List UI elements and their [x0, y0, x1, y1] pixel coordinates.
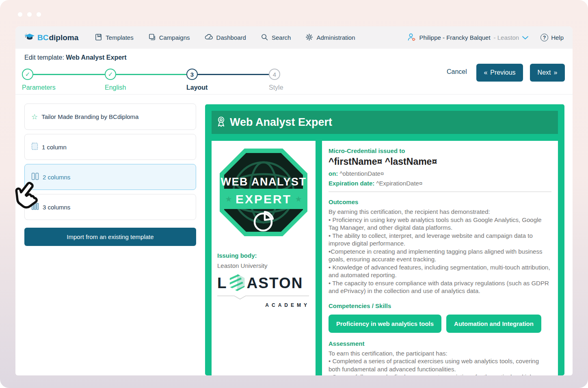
- page-title: Edit template: Web Analyst Expert: [24, 54, 127, 61]
- previous-label: Previous: [490, 69, 515, 76]
- medal-icon: [216, 116, 227, 129]
- on-label: on:: [329, 170, 338, 177]
- nav-item-templates[interactable]: Templates: [95, 33, 133, 42]
- layout-options-sidebar: ☆ Tailor Made Branding by BCdiploma 1 co…: [24, 103, 196, 246]
- preview-left-column: WEB ANALYST ★ ★ EXPERT Issuing body:: [212, 141, 316, 375]
- issuing-body-label: Issuing body:: [217, 252, 316, 259]
- next-button[interactable]: Next »: [530, 64, 565, 82]
- nav-item-campaigns[interactable]: Campaigns: [148, 33, 190, 42]
- user-org: - Leaston: [494, 34, 519, 41]
- option-label: 3 columns: [43, 204, 70, 211]
- step-style-circle[interactable]: 4: [269, 69, 280, 80]
- nav-item-search[interactable]: Search: [261, 33, 291, 42]
- brand-bc: BC: [37, 33, 48, 42]
- templates-icon: [95, 33, 102, 42]
- expiration-label: Expiration date:: [329, 180, 374, 187]
- edit-template-prefix: Edit template:: [24, 54, 66, 61]
- step-label-layout[interactable]: Layout: [186, 84, 208, 91]
- check-icon: ✓: [108, 71, 113, 78]
- assessment-body: To earn this certification, the particip…: [329, 349, 551, 376]
- option-label: 2 columns: [43, 174, 70, 181]
- user-gear-icon: [406, 32, 416, 43]
- preview-title: Web Analyst Expert: [230, 116, 332, 129]
- expiration-date-line: Expiration date: ^ExpirationDate¤: [329, 180, 551, 187]
- competency-tags: Proficiency in web analytics tools Autom…: [329, 315, 551, 333]
- step-number: 3: [190, 71, 194, 78]
- nav-item-dashboard[interactable]: Dashboard: [205, 33, 246, 42]
- bcdiploma-logo[interactable]: BC diploma: [24, 33, 78, 43]
- dashboard-icon: [205, 33, 213, 42]
- chevrons-right-icon: »: [554, 69, 558, 76]
- competency-tag[interactable]: Proficiency in web analytics tools: [329, 315, 441, 333]
- window-controls[interactable]: [18, 12, 41, 17]
- step-label-parameters[interactable]: Parameters: [22, 84, 56, 91]
- help-label: Help: [551, 34, 564, 41]
- chevrons-left-icon: «: [484, 69, 487, 76]
- window-dot[interactable]: [18, 12, 22, 17]
- campaigns-icon: [148, 33, 156, 42]
- badge-star-left: ★: [225, 195, 232, 203]
- top-navbar: BC diploma Templates: [15, 26, 573, 49]
- step-label-english[interactable]: English: [105, 84, 126, 91]
- logo-hexagon-icon: [228, 273, 246, 293]
- nav-items: Templates Campaigns: [95, 33, 355, 42]
- preview-header: Web Analyst Expert: [212, 111, 558, 134]
- outcomes-heading: Outcomes: [329, 198, 551, 205]
- cancel-button[interactable]: Cancel: [447, 68, 467, 75]
- step-parameters-circle[interactable]: ✓: [22, 69, 33, 80]
- nav-item-label: Search: [272, 34, 291, 41]
- nav-item-label: Dashboard: [216, 34, 246, 41]
- step-layout-circle[interactable]: 3: [186, 69, 198, 80]
- previous-button[interactable]: « Previous: [476, 64, 523, 82]
- help-button[interactable]: ? Help: [540, 34, 564, 41]
- logo-word-academy: ACADEMY: [217, 302, 310, 308]
- on-value: ^obtentionDate¤: [340, 170, 384, 177]
- logo-ribbon-line: [217, 294, 310, 302]
- nav-item-administration[interactable]: Administration: [305, 33, 355, 42]
- star-icon: ☆: [31, 113, 38, 121]
- wizard-stepper: ✓ ✓ 3 4 Parameters English Layout Style: [15, 69, 308, 93]
- option-1-column[interactable]: 1 column: [24, 134, 196, 160]
- gear-icon: [305, 33, 313, 42]
- option-2-columns[interactable]: 2 columns: [24, 164, 196, 190]
- stepper-line: [33, 74, 105, 75]
- credential-divider: [329, 192, 551, 192]
- window-dot[interactable]: [27, 12, 32, 17]
- option-label: Tailor Made Branding by BCdiploma: [41, 113, 138, 120]
- import-template-button[interactable]: Import from an existing template: [24, 228, 196, 246]
- search-icon: [261, 33, 268, 42]
- next-label: Next: [538, 69, 551, 76]
- app-window: BC diploma Templates: [15, 26, 573, 375]
- user-menu[interactable]: Philippe - Francky Balquet - Leaston: [406, 32, 529, 43]
- header-divider: [15, 94, 573, 95]
- badge-line1: WEB ANALYST: [220, 176, 306, 188]
- preview-right-column: Micro-Credential issued to ^firstName¤ ^…: [322, 141, 558, 375]
- brand-diploma: diploma: [49, 33, 78, 42]
- step-number: 4: [273, 71, 276, 78]
- nav-item-label: Templates: [106, 34, 133, 41]
- preview-columns: WEB ANALYST ★ ★ EXPERT Issuing body:: [212, 141, 558, 375]
- option-tailor-made-branding[interactable]: ☆ Tailor Made Branding by BCdiploma: [24, 103, 196, 130]
- issuing-body-name: Leaston University: [217, 262, 316, 269]
- nav-item-label: Administration: [316, 34, 355, 41]
- graduation-cap-icon: [24, 33, 35, 43]
- one-column-icon: [31, 142, 38, 151]
- window-dot[interactable]: [37, 12, 41, 17]
- assessment-heading: Assessment: [329, 340, 551, 347]
- user-name: Philippe - Francky Balquet: [419, 34, 491, 41]
- option-3-columns[interactable]: 3 columns: [24, 194, 196, 220]
- stepper-line: [198, 74, 269, 75]
- template-preview: Web Analyst Expert: [205, 104, 564, 375]
- badge-line2: EXPERT: [236, 192, 292, 206]
- three-columns-icon: [31, 203, 39, 211]
- leaston-academy-logo: L: [217, 273, 310, 308]
- badge-star-right: ★: [295, 195, 302, 203]
- outcomes-body: By earning this certification, the recip…: [329, 208, 551, 295]
- step-english-circle[interactable]: ✓: [105, 69, 116, 80]
- competency-tag[interactable]: Automation and Integration: [446, 315, 541, 333]
- step-label-style[interactable]: Style: [269, 84, 283, 91]
- question-mark-icon: ?: [540, 34, 548, 41]
- template-name: Web Analyst Expert: [66, 54, 126, 61]
- expiration-value: ^ExpirationDate¤: [376, 180, 423, 187]
- recipient-name: ^firstName¤ ^lastName¤: [329, 156, 551, 167]
